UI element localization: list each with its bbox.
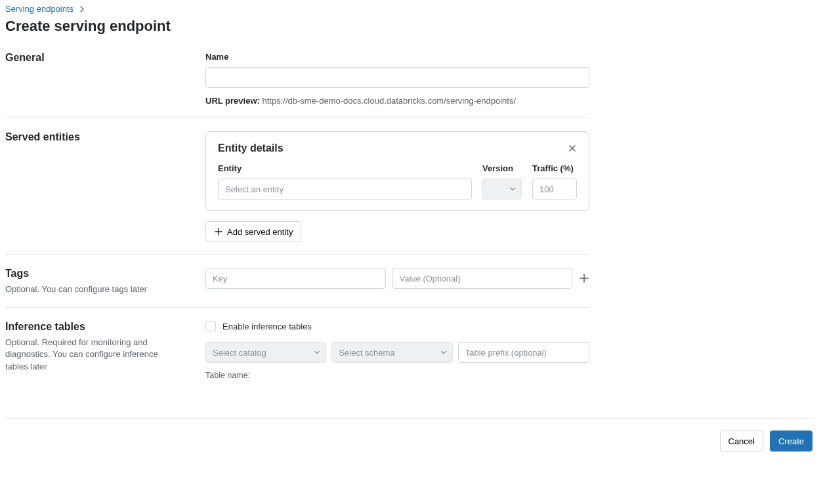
entity-select[interactable]: Select an entity bbox=[218, 178, 472, 200]
table-name-label: Table name: bbox=[205, 371, 589, 380]
chevron-right-icon bbox=[79, 6, 85, 12]
chevron-down-icon bbox=[509, 186, 516, 192]
tags-heading: Tags bbox=[5, 268, 205, 280]
create-button[interactable]: Create bbox=[770, 430, 812, 452]
enable-inference-checkbox[interactable] bbox=[205, 321, 216, 331]
page-title: Create serving endpoint bbox=[5, 18, 818, 35]
traffic-input[interactable] bbox=[532, 178, 577, 200]
entity-select-placeholder: Select an entity bbox=[225, 184, 284, 194]
served-entities-heading: Served entities bbox=[5, 131, 205, 143]
schema-select[interactable]: Select schema bbox=[331, 342, 452, 363]
catalog-placeholder: Select catalog bbox=[213, 348, 266, 358]
general-heading: General bbox=[5, 52, 205, 64]
schema-placeholder: Select schema bbox=[339, 348, 394, 358]
entity-details-title: Entity details bbox=[218, 142, 577, 154]
chevron-down-icon bbox=[314, 349, 320, 356]
section-served-entities: Served entities Entity details Entity Se… bbox=[5, 118, 589, 255]
inference-subtext: Optional. Required for monitoring and di… bbox=[5, 337, 176, 373]
entity-details-card: Entity details Entity Select an entity V… bbox=[205, 131, 589, 211]
url-preview-label: URL preview: bbox=[205, 96, 260, 106]
name-input[interactable] bbox=[205, 67, 589, 88]
tag-key-input[interactable] bbox=[205, 268, 386, 289]
inference-heading: Inference tables bbox=[5, 321, 205, 333]
url-preview-value: https://db-sme-demo-docs.cloud.databrick… bbox=[262, 96, 516, 106]
add-served-entity-label: Add served entity bbox=[227, 227, 293, 237]
tags-subtext: Optional. You can configure tags later bbox=[5, 284, 176, 295]
entity-label: Entity bbox=[218, 163, 472, 173]
version-label: Version bbox=[482, 163, 522, 173]
breadcrumb: Serving endpoints bbox=[5, 0, 818, 16]
catalog-select[interactable]: Select catalog bbox=[205, 342, 326, 363]
add-served-entity-button[interactable]: Add served entity bbox=[205, 221, 301, 242]
enable-inference-label: Enable inference tables bbox=[222, 322, 312, 331]
chevron-down-icon bbox=[440, 349, 447, 356]
footer-bar: Cancel Create bbox=[5, 418, 812, 452]
close-icon[interactable] bbox=[566, 142, 578, 154]
url-preview: URL preview: https://db-sme-demo-docs.cl… bbox=[205, 96, 589, 106]
cancel-button[interactable]: Cancel bbox=[720, 430, 763, 452]
section-inference-tables: Inference tables Optional. Required for … bbox=[5, 308, 589, 392]
section-tags: Tags Optional. You can configure tags la… bbox=[5, 255, 589, 308]
version-select[interactable] bbox=[482, 178, 522, 200]
breadcrumb-parent-link[interactable]: Serving endpoints bbox=[5, 4, 74, 14]
table-prefix-input[interactable] bbox=[458, 342, 589, 363]
add-tag-button[interactable] bbox=[579, 272, 589, 285]
traffic-label: Traffic (%) bbox=[532, 163, 577, 173]
section-general: General Name URL preview: https://db-sme… bbox=[5, 47, 589, 118]
plus-icon bbox=[214, 227, 223, 236]
tag-value-input[interactable] bbox=[392, 268, 573, 289]
name-label: Name bbox=[205, 52, 589, 62]
